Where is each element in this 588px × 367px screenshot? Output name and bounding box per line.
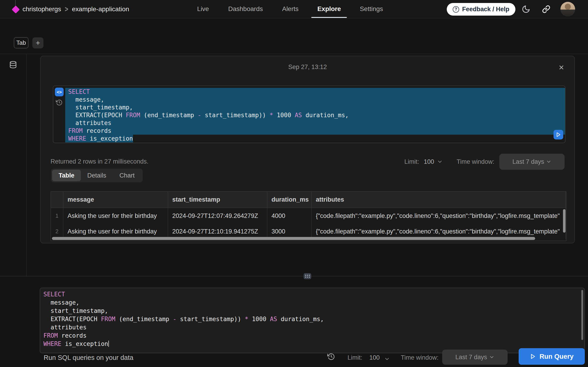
- query-history-button[interactable]: [56, 99, 63, 106]
- avatar[interactable]: [561, 2, 575, 17]
- pane-splitter-line: [0, 276, 588, 276]
- sql-line: start_timestamp,: [43, 307, 584, 315]
- logfire-explore-page: christophergs > example-application Live…: [0, 0, 588, 367]
- add-tab-button[interactable]: +: [32, 37, 43, 48]
- cell-duration_ms[interactable]: 4000: [267, 208, 312, 224]
- sql-line: EXTRACT(EPOCH FROM (end_timestamp - star…: [43, 315, 584, 323]
- feedback-help-button[interactable]: ? Feedback / Help: [447, 3, 515, 16]
- logo-tail-line: [15, 0, 16, 6]
- theme-toggle-button[interactable]: [521, 4, 531, 14]
- footer-time-window-label: Time window:: [401, 354, 439, 361]
- results-table: messagestart_timestampduration_msattribu…: [51, 191, 566, 241]
- chevron-down-icon: [546, 159, 552, 165]
- column-header-message[interactable]: message: [63, 192, 168, 208]
- chevron-down-icon: [489, 354, 494, 360]
- play-icon: [530, 353, 536, 359]
- breadcrumb-project[interactable]: example-application: [72, 6, 129, 13]
- result-timestamp: Sep 27, 13:12: [41, 64, 574, 71]
- footer-time-window-value: Last 7 days: [455, 354, 487, 361]
- footer-limit-label: Limit:: [347, 354, 363, 361]
- sql-line: WHERE is_exception: [43, 340, 584, 348]
- sql-line: WHERE is_exception: [65, 135, 565, 142]
- nav-tab-live[interactable]: Live: [197, 0, 209, 18]
- rerun-query-button[interactable]: [553, 130, 563, 140]
- sql-line: SELECT: [43, 290, 584, 298]
- run-query-label: Run Query: [540, 353, 573, 360]
- sql-line: start_timestamp,: [65, 103, 565, 111]
- nav-tab-alerts[interactable]: Alerts: [282, 0, 299, 18]
- sql-line: message,: [65, 96, 565, 103]
- nav-tab-explore[interactable]: Explore: [317, 0, 341, 18]
- limit-label: Limit:: [404, 158, 419, 165]
- question-icon: ?: [453, 6, 459, 13]
- cell-attributes[interactable]: {"code.filepath":"example.py","code.line…: [312, 208, 566, 224]
- sidebar-divider: [26, 54, 27, 276]
- logfire-logo[interactable]: [12, 6, 20, 14]
- time-window-dropdown[interactable]: Last 7 days: [499, 154, 565, 170]
- run-query-button[interactable]: Run Query: [519, 348, 585, 365]
- column-header-start_timestamp[interactable]: start_timestamp: [168, 192, 267, 208]
- top-nav: christophergs > example-application Live…: [0, 0, 588, 18]
- footer-limit-dropdown[interactable]: 100: [369, 354, 380, 361]
- schema-sidebar-button[interactable]: [9, 60, 17, 69]
- editor-hint-text: Run SQL queries on your data: [44, 354, 133, 361]
- nav-tab-settings[interactable]: Settings: [360, 0, 383, 18]
- history-button[interactable]: [327, 353, 335, 361]
- sql-line: EXTRACT(EPOCH FROM (end_timestamp - star…: [65, 111, 565, 119]
- sql-line: FROM records: [65, 127, 565, 135]
- breadcrumb-separator: >: [65, 5, 68, 14]
- result-controls: Limit: 100 Time window: Last 7 days: [404, 154, 565, 170]
- cell-message[interactable]: Asking the user for their birthday: [63, 208, 168, 224]
- code-icon: <>: [57, 90, 62, 94]
- sql-line: SELECT: [65, 88, 565, 96]
- cell-start_timestamp[interactable]: 2024-09-27T12:07:49.264279Z: [168, 208, 267, 224]
- column-header-rownum[interactable]: [51, 192, 63, 208]
- sql-line: message,: [43, 298, 584, 307]
- column-header-attributes[interactable]: attributes: [312, 192, 566, 208]
- sql-editor-input[interactable]: SELECT message, start_timestamp, EXTRACT…: [40, 288, 585, 353]
- vertical-scrollbar[interactable]: [563, 209, 565, 233]
- footer-time-window-dropdown[interactable]: Last 7 days: [442, 350, 508, 365]
- view-tab-details[interactable]: Details: [82, 170, 112, 181]
- text-caret: [108, 341, 109, 347]
- nav-tab-dashboards[interactable]: Dashboards: [228, 0, 263, 18]
- executed-sql-block: <> SELECT message, start_timestamp, EXTR…: [53, 85, 565, 143]
- close-result-button[interactable]: ✕: [556, 62, 567, 73]
- horizontal-scrollbar[interactable]: [52, 237, 535, 240]
- play-icon: [556, 132, 561, 137]
- result-status-text: Returned 2 rows in 27 milliseconds.: [51, 158, 148, 165]
- chevron-down-icon[interactable]: [384, 356, 390, 362]
- chevron-down-icon[interactable]: [437, 159, 443, 165]
- sql-gutter: <>: [53, 86, 65, 143]
- view-tab-chart[interactable]: Chart: [113, 170, 141, 181]
- code-toggle-button[interactable]: <>: [55, 88, 64, 96]
- history-icon: [56, 99, 63, 106]
- sql-line: attributes: [43, 323, 584, 332]
- time-window-label: Time window:: [457, 158, 494, 165]
- result-view-tabs: Table Details Chart: [51, 169, 143, 182]
- executed-sql-code[interactable]: SELECT message, start_timestamp, EXTRACT…: [65, 86, 565, 143]
- breadcrumb-org[interactable]: christophergs: [23, 6, 61, 13]
- query-tab[interactable]: Tab: [14, 37, 28, 48]
- content-divider: [0, 54, 588, 54]
- time-window-value: Last 7 days: [512, 158, 544, 165]
- editor-scrollbar[interactable]: [581, 290, 583, 340]
- feedback-help-label: Feedback / Help: [462, 6, 510, 13]
- pane-splitter-handle[interactable]: [304, 273, 311, 279]
- database-icon: [9, 60, 17, 69]
- breadcrumb: christophergs > example-application: [23, 0, 129, 18]
- view-tab-table[interactable]: Table: [52, 170, 81, 181]
- share-link-button[interactable]: [541, 4, 551, 14]
- grip-dots-icon: [305, 275, 310, 277]
- sql-line: FROM records: [43, 332, 584, 340]
- limit-dropdown[interactable]: 100: [424, 158, 434, 165]
- query-result-card: Sep 27, 13:12 ✕ <> SELECT message, start…: [40, 56, 575, 243]
- column-header-duration_ms[interactable]: duration_ms: [267, 192, 312, 208]
- history-icon: [327, 353, 335, 361]
- row-number: 1: [51, 208, 63, 224]
- link-icon: [542, 5, 550, 13]
- sql-line: attributes: [65, 119, 565, 127]
- close-icon: ✕: [558, 64, 564, 72]
- moon-icon: [522, 5, 530, 14]
